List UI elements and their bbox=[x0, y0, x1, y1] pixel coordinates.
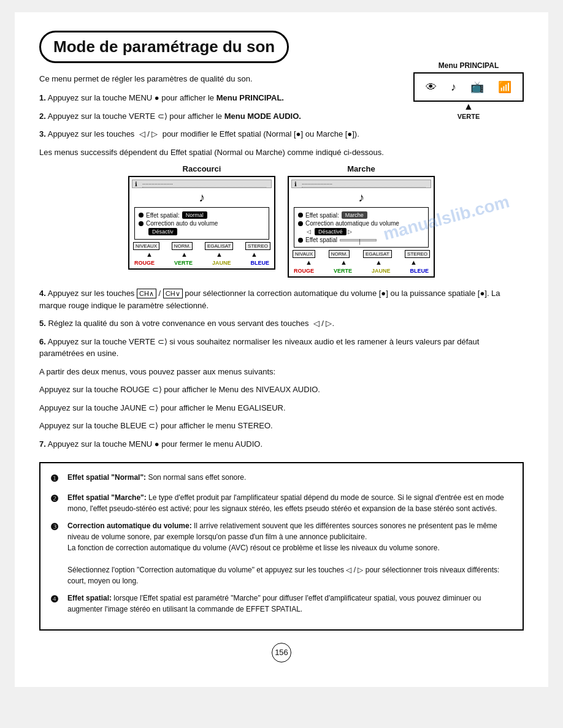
step-4: 4. Appuyez sur les touches CH∧ / CH∨ pou… bbox=[39, 287, 524, 311]
marche-effet2-label: Effet spatial bbox=[305, 237, 337, 243]
raccourci-btn-norm: NORM. bbox=[172, 242, 193, 250]
arrow-ind-1: ▲ bbox=[146, 251, 153, 258]
step-3: 3. Appuyez sur les touches ◁ / ▷ pour mo… bbox=[39, 128, 524, 140]
tv-icon: 📺 bbox=[470, 80, 484, 94]
marche-menu-inner: Effet spatial: Marche Correction automat… bbox=[294, 207, 429, 248]
raccourci-correction-row: Correction auto du volume bbox=[139, 220, 265, 227]
marche-desactive-row: ◁ Désactivé ▷ bbox=[305, 228, 424, 235]
marche-title: Marche bbox=[288, 164, 435, 173]
right-arrow-marche: ▷ bbox=[348, 229, 352, 235]
raccourci-rouge: ROUGE bbox=[134, 260, 155, 266]
raccourci-diagram: Raccourci ℹ ···················· ♪ Effet… bbox=[128, 164, 275, 278]
raccourci-btn-stereo: STEREO bbox=[245, 242, 270, 250]
music-icon-raccourci: ♪ bbox=[132, 191, 272, 205]
note-num-2: ❷ bbox=[50, 492, 64, 514]
marche-correction-row: Correction automatique du volume bbox=[298, 220, 424, 227]
page: manualslib.com Mode de paramétrage du so… bbox=[15, 12, 548, 687]
page-number: 156 bbox=[272, 643, 291, 662]
arrow-ind-3: ▲ bbox=[216, 251, 223, 258]
marche-slider: │ bbox=[340, 239, 377, 241]
dots-raccourci: ···················· bbox=[142, 181, 266, 188]
note-num-4: ❹ bbox=[50, 593, 64, 615]
marche-diagram: Marche ℹ ···················· ♪ Effet sp… bbox=[288, 164, 435, 278]
marche-screen: ℹ ···················· ♪ Effet spatial: … bbox=[288, 176, 435, 278]
marche-rouge: ROUGE bbox=[294, 268, 314, 274]
note-content-1: Effet spatial "Normal": Son normal sans … bbox=[67, 472, 513, 486]
note-1: ❶ Effet spatial "Normal": Son normal san… bbox=[50, 472, 513, 486]
step-6: 6. Appuyez sur la touche VERTE ⊂⟩ si vou… bbox=[39, 336, 524, 360]
raccourci-effet-row: Effet spatial: Normal bbox=[139, 211, 265, 219]
notes-section: ❶ Effet spatial "Normal": Son normal san… bbox=[39, 462, 524, 631]
raccourci-correction-label: Correction auto du volume bbox=[146, 220, 218, 227]
music-icon-marche: ♪ bbox=[291, 191, 431, 205]
marche-verte: VERTE bbox=[334, 268, 352, 274]
marche-effet-label: Effet spatial: bbox=[305, 212, 339, 219]
step-rouge: Appuyez sur la touche ROUGE ⊂⟩ pour affi… bbox=[39, 384, 524, 396]
marche-effet-row: Effet spatial: Marche bbox=[298, 211, 424, 219]
marche-arrow-ind-2: ▲ bbox=[340, 259, 347, 266]
marche-arrow-ind-4: ▲ bbox=[410, 259, 417, 266]
raccourci-arrow-indicators: ▲ ▲ ▲ ▲ bbox=[132, 251, 272, 258]
page-title: Mode de paramétrage du son bbox=[53, 37, 275, 56]
step-7: 7. Appuyez sur la touche MENU ● pour fer… bbox=[39, 438, 524, 450]
menu-principal-box: Menu PRINCIPAL 👁 ♪ 📺 📶 ▲ VERTE bbox=[413, 61, 524, 120]
step-bleue: Appuyez sur la touche BLEUE ⊂⟩ pour affi… bbox=[39, 420, 524, 432]
menu-principal-label: Menu PRINCIPAL bbox=[413, 61, 524, 70]
info-icon-raccourci: ℹ bbox=[135, 181, 137, 188]
raccourci-menu-inner: Effet spatial: Normal Correction auto du… bbox=[134, 207, 269, 240]
marche-bleue: BLEUE bbox=[410, 268, 429, 274]
marche-colors-row: ROUGE VERTE JAUNE BLEUE bbox=[291, 268, 431, 274]
raccourci-effet-label: Effet spatial: bbox=[146, 212, 180, 219]
marche-btn-stereo: STEREO bbox=[405, 250, 430, 258]
marche-arrow-indicators: ▲ ▲ ▲ ▲ bbox=[291, 259, 431, 266]
marche-arrow-ind-1: ▲ bbox=[305, 259, 312, 266]
raccourci-btn-egalisat: EGALISAT bbox=[205, 242, 234, 250]
verte-label: VERTE bbox=[413, 113, 524, 120]
diagrams-row: Raccourci ℹ ···················· ♪ Effet… bbox=[39, 164, 524, 278]
step-from-two-menus: A partir des deux menus, vous pouvez pas… bbox=[39, 366, 524, 378]
note-2: ❷ Effet spatial "Marche": Le type d'effe… bbox=[50, 492, 513, 514]
note-4: ❹ Effet spatial: lorsque l'Effet spatial… bbox=[50, 593, 513, 615]
raccourci-colors-row: ROUGE VERTE JAUNE BLEUE bbox=[132, 260, 272, 266]
raccourci-screen: ℹ ···················· ♪ Effet spatial: … bbox=[128, 176, 275, 270]
step-note: Les menus successifs dépendent du Effet … bbox=[39, 146, 524, 159]
raccourci-top-bar: ℹ ···················· bbox=[132, 180, 272, 188]
step-5: 5. Réglez la qualité du son à votre conv… bbox=[39, 317, 524, 330]
marche-buttons-row: NIVAUX NORM. EGALISAT STEREO bbox=[291, 250, 431, 258]
marche-bullet1 bbox=[298, 213, 303, 218]
raccourci-buttons-row: NIVEAUX NORM. EGALISAT STEREO bbox=[132, 242, 272, 250]
raccourci-normal-badge: Normal bbox=[182, 211, 207, 219]
raccourci-bleue: BLEUE bbox=[250, 260, 269, 266]
eye-icon: 👁 bbox=[426, 81, 437, 94]
menu-principal-icons: 👁 ♪ 📺 📶 bbox=[413, 72, 524, 102]
raccourci-btn-niveaux: NIVEAUX bbox=[133, 242, 159, 250]
page-number-area: 156 bbox=[39, 643, 524, 662]
info-icon-marche: ℹ bbox=[294, 181, 297, 188]
raccourci-title: Raccourci bbox=[128, 164, 275, 173]
raccourci-correction-badge-row: Désactiv bbox=[146, 228, 265, 235]
note-content-3: Correction automatique du volume: Il arr… bbox=[67, 520, 513, 586]
arrow-up: ▲ bbox=[413, 102, 524, 112]
music-icon: ♪ bbox=[451, 81, 456, 94]
raccourci-bullet2 bbox=[139, 221, 144, 226]
arrow-ind-4: ▲ bbox=[251, 251, 258, 258]
marche-bullet3 bbox=[298, 238, 303, 243]
dots-marche: ···················· bbox=[302, 181, 426, 188]
step-jaune: Appuyez sur la touche JAUNE ⊂⟩ pour affi… bbox=[39, 402, 524, 414]
raccourci-jaune: JAUNE bbox=[212, 260, 231, 266]
note-content-2: Effet spatial "Marche": Le type d'effet … bbox=[67, 492, 513, 514]
arrow-ind-2: ▲ bbox=[181, 251, 188, 258]
left-arrow-marche: ◁ bbox=[307, 229, 311, 235]
note-num-1: ❶ bbox=[50, 472, 64, 486]
marche-btn-egalisat: EGALISAT bbox=[363, 250, 392, 258]
marche-btn-nivaux: NIVAUX bbox=[293, 250, 315, 258]
marche-btn-norm: NORM. bbox=[329, 250, 350, 258]
marche-arrow-ind-3: ▲ bbox=[375, 259, 382, 266]
marche-badge: Marche bbox=[342, 211, 367, 219]
note-content-4: Effet spatial: lorsque l'Effet spatial e… bbox=[67, 593, 513, 615]
marche-desactive-badge: Désactivé bbox=[315, 228, 347, 235]
title-box: Mode de paramétrage du son bbox=[39, 31, 289, 63]
marche-correction-label: Correction automatique du volume bbox=[305, 220, 399, 227]
marche-top-bar: ℹ ···················· bbox=[291, 180, 431, 188]
marche-jaune: JAUNE bbox=[372, 268, 391, 274]
